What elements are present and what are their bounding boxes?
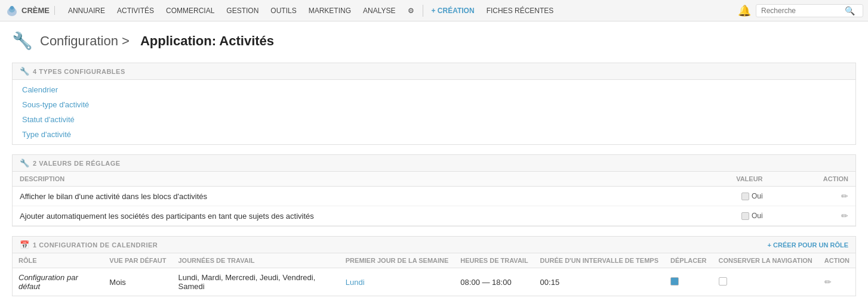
row2-checkbox[interactable] xyxy=(741,212,749,220)
col-journees-header: JOURNÉES DE TRAVAIL xyxy=(172,253,339,268)
nav-fiches[interactable]: FICHES RÉCENTES xyxy=(481,0,560,21)
cal-row1-duree: 00:15 xyxy=(534,268,664,296)
row2-description: Ajouter automatiquement les sociétés des… xyxy=(13,206,681,226)
row1-checkbox[interactable] xyxy=(741,193,749,200)
nav-analyse[interactable]: ANALYSE xyxy=(357,0,401,21)
cal-row1-edit-icon[interactable]: ✏ xyxy=(824,277,832,287)
top-navigation: CRÈME ANNUAIRE ACTIVITÉS COMMERCIAL GEST… xyxy=(0,0,868,21)
cal-row1-role: Configuration par défaut xyxy=(13,268,103,296)
row1-oui-label: Oui xyxy=(752,192,763,200)
page-title-row: 🔧 Configuration > Application: Activités xyxy=(12,31,856,51)
nav-separator xyxy=(423,5,423,17)
col-vue-header: VUE PAR DÉFAUT xyxy=(103,253,172,268)
valeurs-table-header-row: DESCRIPTION VALEUR ACTION xyxy=(13,172,855,187)
valeurs-title: 2 VALEURS DE RÉGLAGE xyxy=(33,160,121,167)
col-description-header: DESCRIPTION xyxy=(13,172,681,187)
page-title: Configuration > Application: Activités xyxy=(40,33,274,49)
cal-row1-conserver xyxy=(713,268,818,296)
table-row: Afficher le bilan d'une activité dans le… xyxy=(13,187,855,206)
calendar-table-header-row: RÔLE VUE PAR DÉFAUT JOURNÉES DE TRAVAIL … xyxy=(13,253,855,268)
page-content: 🔧 Configuration > Application: Activités… xyxy=(0,21,868,304)
link-type[interactable]: Type d'activité xyxy=(13,127,855,142)
valeurs-reglage-section: 🔧 2 VALEURS DE RÉGLAGE DESCRIPTION VALEU… xyxy=(12,154,856,227)
nav-gestion[interactable]: GESTION xyxy=(220,0,264,21)
col-action-header: ACTION xyxy=(770,172,855,187)
nav-settings[interactable]: ⚙ xyxy=(402,0,420,21)
row1-action: ✏ xyxy=(770,187,855,206)
configurable-types-section: 🔧 4 TYPES CONFIGURABLES Calendrier Sous-… xyxy=(12,63,856,145)
calendar-header-left: 📅 1 CONFIGURATION DE CALENDRIER xyxy=(20,240,158,249)
configurable-types-title: 4 TYPES CONFIGURABLES xyxy=(33,68,125,75)
cal-row1-deplacer xyxy=(664,268,713,296)
svg-point-2 xyxy=(10,6,14,10)
calendar-icon: 📅 xyxy=(20,240,29,249)
link-statut[interactable]: Statut d'activité xyxy=(13,112,855,127)
col-deplacer-header: DÉPLACER xyxy=(664,253,713,268)
cal-row1-heures: 08:00 — 18:00 xyxy=(454,268,534,296)
nav-marketing[interactable]: MARKETING xyxy=(303,0,357,21)
cal-row1-vue: Mois xyxy=(103,268,172,296)
col-valeur-header: VALEUR xyxy=(681,172,769,187)
nav-commercial[interactable]: COMMERCIAL xyxy=(160,0,220,21)
row1-description: Afficher le bilan d'une activité dans le… xyxy=(13,187,681,206)
notifications-icon[interactable]: 🔔 xyxy=(738,4,751,17)
search-icon: 🔍 xyxy=(845,6,855,15)
logo[interactable]: CRÈME xyxy=(5,4,57,18)
row2-edit-icon[interactable]: ✏ xyxy=(841,211,848,221)
configurable-types-header: 🔧 4 TYPES CONFIGURABLES xyxy=(13,63,855,80)
col-conserver-header: CONSERVER LA NAVIGATION xyxy=(713,253,818,268)
page-title-light: Configuration > xyxy=(40,33,130,48)
premier-jour-link[interactable]: Lundi xyxy=(346,278,365,287)
row2-oui-label: Oui xyxy=(752,212,763,220)
nav-creation[interactable]: + CRÉATION xyxy=(426,0,481,21)
search-box[interactable]: 🔍 xyxy=(756,4,863,17)
wrench-valeurs-icon: 🔧 xyxy=(20,159,29,167)
brand-name: CRÈME xyxy=(21,6,55,15)
nav-outils[interactable]: OUTILS xyxy=(264,0,302,21)
valeurs-table: DESCRIPTION VALEUR ACTION Afficher le bi… xyxy=(13,172,855,226)
conserver-checkbox[interactable] xyxy=(719,277,727,286)
link-calendrier[interactable]: Calendrier xyxy=(13,82,855,97)
calendar-header-title: 1 CONFIGURATION DE CALENDRIER xyxy=(33,241,158,249)
row2-action: ✏ xyxy=(770,206,855,226)
col-duree-header: DURÉE D'UN INTERVALLE DE TEMPS xyxy=(534,253,664,268)
row2-valeur: Oui xyxy=(681,206,769,226)
link-sous-type[interactable]: Sous-type d'activité xyxy=(13,97,855,112)
calendar-header: 📅 1 CONFIGURATION DE CALENDRIER + CRÉER … xyxy=(13,237,855,253)
valeurs-header: 🔧 2 VALEURS DE RÉGLAGE xyxy=(13,155,855,172)
topnav-right: 🔔 🔍 xyxy=(738,4,863,17)
nav-items: ANNUAIRE ACTIVITÉS COMMERCIAL GESTION OU… xyxy=(62,0,738,21)
calendar-config-section: 📅 1 CONFIGURATION DE CALENDRIER + CRÉER … xyxy=(12,236,856,296)
cal-row1-premier-jour: Lundi xyxy=(340,268,455,296)
nav-annuaire[interactable]: ANNUAIRE xyxy=(62,0,111,21)
wrench-small-icon: 🔧 xyxy=(20,67,29,76)
col-action-header: ACTION xyxy=(818,253,855,268)
col-role-header: RÔLE xyxy=(13,253,103,268)
configurable-types-links: Calendrier Sous-type d'activité Statut d… xyxy=(13,80,855,144)
deplacer-checkbox[interactable] xyxy=(670,277,679,286)
calendar-table: RÔLE VUE PAR DÉFAUT JOURNÉES DE TRAVAIL … xyxy=(13,253,855,296)
cal-row1-journees: Lundi, Mardi, Mercredi, Jeudi, Vendredi,… xyxy=(172,268,339,296)
col-heures-header: HEURES DE TRAVAIL xyxy=(454,253,534,268)
table-row: Ajouter automatiquement les sociétés des… xyxy=(13,206,855,226)
row1-valeur: Oui xyxy=(681,187,769,206)
col-premier-jour-header: PREMIER JOUR DE LA SEMAINE xyxy=(340,253,455,268)
search-input[interactable] xyxy=(761,7,845,15)
row1-edit-icon[interactable]: ✏ xyxy=(841,191,848,201)
logo-icon xyxy=(5,4,19,18)
page-title-bold: Application: Activités xyxy=(140,33,274,48)
create-role-button[interactable]: + CRÉER POUR UN RÔLE xyxy=(768,241,848,249)
table-row: Configuration par défaut Mois Lundi, Mar… xyxy=(13,268,855,296)
wrench-icon: 🔧 xyxy=(12,31,33,51)
nav-activites[interactable]: ACTIVITÉS xyxy=(111,0,160,21)
config-name: Configuration par défaut xyxy=(19,273,78,291)
cal-row1-action: ✏ xyxy=(818,268,855,296)
